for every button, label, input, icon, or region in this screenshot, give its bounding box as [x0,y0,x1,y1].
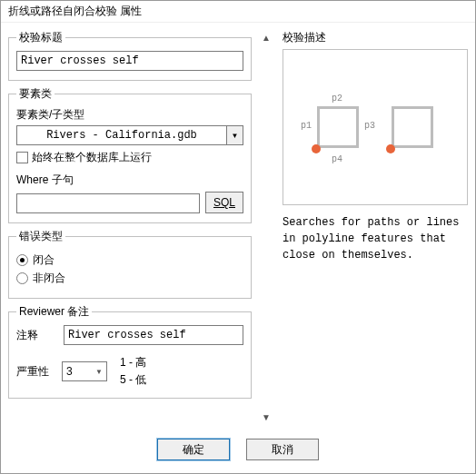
reviewer-legend: Reviewer 备注 [16,304,92,320]
closed-radio[interactable] [16,254,28,266]
feature-class-dropdown-button[interactable]: ▼ [227,125,243,145]
severity-select[interactable]: 3 ▼ [62,361,107,381]
reviewer-group: Reviewer 备注 注释 严重性 3 ▼ 1 - 高 5 - 低 [8,304,252,399]
vertex-dot-icon [386,144,395,153]
description-legend: 校验描述 [283,30,468,45]
diagram-shape-plain [386,101,439,153]
square-icon [317,106,359,148]
diagram-shape-labeled: p2 p1 p3 p4 [312,101,364,153]
feature-class-group: 要素类 要素类/子类型 Rivers - California.gdb ▼ 始终… [8,86,252,223]
always-run-checkbox[interactable] [16,152,28,163]
check-title-group: 校验标题 [8,30,252,81]
dialog-body: 校验标题 要素类 要素类/子类型 Rivers - California.gdb… [1,23,475,430]
nonclosed-radio[interactable] [16,272,28,284]
always-run-label: 始终在整个数据库上运行 [32,150,152,165]
dialog-footer: 确定 取消 [1,430,475,473]
nonclosed-radio-row[interactable]: 非闭合 [16,271,243,286]
severity-label: 严重性 [16,364,49,380]
always-run-row[interactable]: 始终在整个数据库上运行 [16,150,243,165]
note-label: 注释 [16,328,55,343]
check-title-input[interactable] [16,51,243,71]
feature-class-dropdown[interactable]: Rivers - California.gdb ▼ [16,125,243,145]
lbl-p1: p1 [301,121,312,131]
sql-button[interactable]: SQL [205,192,243,213]
where-input[interactable] [16,193,200,213]
scrollbar[interactable]: ▲ ▼ [255,30,277,426]
square-icon [392,106,433,148]
severity-low: 5 - 低 [120,371,146,389]
left-panel: 校验标题 要素类 要素类/子类型 Rivers - California.gdb… [8,30,255,426]
closed-label: 闭合 [33,252,55,268]
error-type-legend: 错误类型 [16,229,65,244]
scroll-up-icon[interactable]: ▲ [260,34,273,43]
feature-class-sublabel: 要素类/子类型 [16,107,243,123]
chevron-down-icon: ▼ [232,132,239,140]
check-title-legend: 校验标题 [16,30,65,45]
description-diagram: p2 p1 p3 p4 [283,49,468,205]
ok-button[interactable]: 确定 [157,439,230,460]
closed-radio-row[interactable]: 闭合 [16,252,243,268]
scroll-down-icon[interactable]: ▼ [260,413,273,422]
dialog-title: 折线或路径自闭合校验 属性 [1,1,475,23]
cancel-button[interactable]: 取消 [246,439,319,460]
nonclosed-label: 非闭合 [33,271,65,286]
note-input[interactable] [64,325,243,345]
dialog-window: 折线或路径自闭合校验 属性 校验标题 要素类 要素类/子类型 Rivers - … [0,0,476,474]
severity-high: 1 - 高 [120,354,146,371]
severity-value: 3 [66,365,73,378]
feature-class-dropdown-value: Rivers - California.gdb [16,125,227,145]
chevron-down-icon: ▼ [95,368,103,376]
lbl-p3: p3 [364,121,375,131]
feature-class-legend: 要素类 [16,86,55,102]
where-label: Where 子句 [16,173,243,188]
severity-legend: 1 - 高 5 - 低 [120,354,146,389]
vertex-dot-icon [312,144,321,153]
description-text: Searches for paths or lines in polyline … [283,214,468,263]
right-panel: 校验描述 p2 p1 p3 p4 Searches for paths or l… [277,30,468,426]
lbl-p2: p2 [332,94,342,104]
error-type-group: 错误类型 闭合 非闭合 [8,229,252,299]
lbl-p4: p4 [332,154,342,164]
